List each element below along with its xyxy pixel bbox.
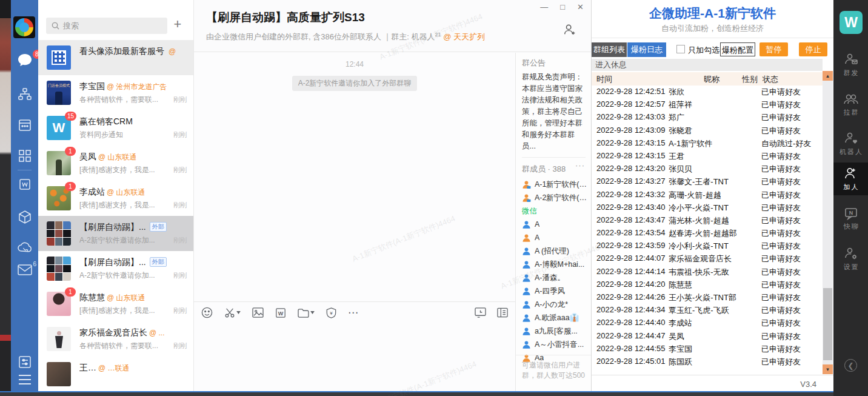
add-member-icon[interactable] (563, 23, 576, 36)
folder-icon[interactable] (298, 308, 315, 318)
chat-list-item[interactable]: W15赢在销客CRM资料同步通知刚刚 (38, 110, 194, 146)
chat-list-item[interactable]: 王…@ …联通 (38, 357, 194, 391)
member-item[interactable]: A (招代理) (522, 244, 587, 258)
member-name: A.欧派aaa👔 (535, 313, 579, 323)
log-row: 2022-9-28 12:42:57祖萍祥已申请好友 (592, 98, 823, 111)
scrollbar-thumb[interactable] (823, 288, 832, 360)
calendar-icon[interactable] (11, 118, 38, 132)
workbench-icon[interactable] (11, 149, 38, 163)
scroll-down-button[interactable]: ▼ (823, 364, 833, 374)
background-window-left (0, 0, 11, 391)
sidebar-item-broadcast-person[interactable]: 群发 (833, 49, 868, 81)
log-nickname: 吴凤 (669, 331, 684, 342)
close-button[interactable]: ✕ (577, 2, 584, 12)
drive-box-icon[interactable] (11, 210, 38, 224)
scroll-up-button[interactable]: ▲ (823, 71, 833, 81)
log-status: 已申请好友 (761, 164, 801, 175)
payment-icon[interactable]: ¥ (326, 307, 336, 318)
log-time: 2022-9-28 12:43:40 (596, 203, 665, 212)
chat-list-item[interactable]: 1李成站@ 山东联通[表情]感谢支持，我是...刚刚 (38, 181, 194, 216)
chat-list-item[interactable]: 看头像添加最新客服号 @ (38, 40, 194, 75)
member-person-icon (522, 327, 531, 336)
chat-items-container: 看头像添加最新客服号 @李宝国@ 沧州市龙道广告各种营销软件，需要联...刚刚W… (38, 40, 194, 391)
member-item[interactable]: A-潘森。 (522, 271, 587, 284)
member-item[interactable]: A-2新宁软件( ... (522, 191, 587, 204)
sidebar-item-label: 加人 (844, 183, 860, 192)
collapse-icon[interactable]: ❮ (844, 359, 857, 372)
search-input[interactable]: 搜索 (46, 18, 167, 34)
sidebar-item-person-gear[interactable]: 设置 (833, 243, 868, 275)
member-item[interactable]: A-四季风 (522, 284, 587, 298)
scrollbar[interactable]: ▲ ▼ (823, 71, 833, 374)
assistant-panel: 企微助理-A-1新宁软件 自动引流加粉，创造粉丝经济 群组列表 爆粉日志 只加勾… (591, 0, 833, 391)
member-item[interactable]: A-1新宁软件( ... (522, 178, 587, 191)
only-checked-checkbox[interactable] (676, 45, 685, 53)
menu-icon[interactable] (11, 374, 38, 385)
log-time: 2022-9-28 12:44:47 (596, 331, 665, 340)
log-status: 已申请好友 (761, 357, 801, 367)
message-record-icon[interactable] (497, 307, 508, 318)
emoji-icon[interactable] (201, 307, 213, 318)
owner-mention[interactable]: @ 天天扩列 (443, 32, 485, 41)
image-icon[interactable] (252, 307, 264, 318)
sidebar-item-group-people[interactable]: 拉群 (833, 88, 868, 121)
log-status: 已申请好友 (761, 190, 801, 201)
log-nickname: 高珊-火箭-超越 (669, 190, 721, 201)
assistant-app-logo[interactable]: W (840, 11, 863, 34)
tab-group-list[interactable]: 群组列表 (592, 42, 627, 57)
member-name: A-四季风 (535, 286, 565, 297)
log-time: 2022-9-28 12:43:47 (596, 215, 665, 224)
contacts-icon[interactable] (11, 87, 38, 101)
person-gear-icon (844, 246, 858, 261)
message-preview: A-2新宁软件邀请你加... (79, 270, 165, 281)
wdoc-file-icon[interactable]: W (275, 307, 286, 318)
chat-list-item[interactable]: 【刷屏自动踢】...外部A-2新宁软件邀请你加...刚刚 (38, 216, 194, 251)
chat-list-item[interactable]: 1陈慧慧@ 山东联通[表情]感谢支持，我是...刚刚 (38, 286, 194, 321)
member-item[interactable]: A.欧派aaa👔 (522, 311, 587, 324)
chat-avatar (47, 327, 71, 351)
wdoc-icon[interactable] (11, 177, 38, 192)
minimize-button[interactable]: — (540, 2, 548, 12)
member-item[interactable]: A (522, 218, 587, 231)
sidebar-item-quick-chat[interactable]: N快聊 (833, 203, 868, 235)
chat-bubble-icon[interactable]: 85 (11, 53, 38, 67)
fan-config-button[interactable]: 爆粉配置 (720, 42, 755, 56)
members-more-button[interactable]: ··· (575, 161, 585, 170)
member-item[interactable]: a九辰[客服... (522, 324, 587, 338)
pause-button[interactable]: 暂停 (760, 42, 788, 56)
member-item[interactable]: A-博毅M+hai... (522, 258, 587, 271)
member-item[interactable]: A～小雷抖音... (522, 338, 587, 351)
add-chat-button[interactable]: + (170, 16, 185, 32)
sidebar-item-add-person[interactable]: 加人 (833, 163, 868, 195)
sidebar-item-label: 设置 (844, 263, 860, 272)
screenshot-icon[interactable] (224, 307, 241, 318)
cloud-call-icon[interactable] (11, 241, 38, 253)
chat-list-item[interactable]: 家乐福金观音店长@ ...各种营销软件，需要联...刚刚 (38, 321, 194, 357)
message-area[interactable]: 12:44 A-2新宁软件邀请你加入了外部群聊 (194, 53, 515, 301)
member-item[interactable]: A-小の龙* (522, 298, 587, 311)
wechat-section-label: 微信 (522, 204, 587, 218)
chat-list-item[interactable]: 【刷屏自动踢】...外部A-2新宁软件邀请你加...刚刚 (38, 251, 194, 286)
member-item[interactable]: A (522, 231, 587, 244)
more-tools-icon[interactable]: ⋯ (348, 310, 359, 316)
sidebar-item-robot-person-heart[interactable]: 机器人 (833, 127, 868, 160)
mail-icon[interactable]: 6 (11, 264, 38, 275)
company-label: @ 山东联通 (98, 153, 137, 161)
member-name: A (535, 220, 539, 229)
tab-fan-log[interactable]: 爆粉日志 (627, 42, 666, 57)
log-time: 2022-9-28 12:44:55 (596, 344, 665, 353)
chat-avatar (47, 81, 71, 105)
stop-button[interactable]: 停止 (799, 42, 827, 56)
column-gender: 性别 (742, 74, 758, 85)
log-time: 2022-9-28 12:44:14 (596, 267, 665, 276)
time-divider: 12:44 (194, 60, 515, 69)
message-time: 刚刚 (173, 306, 187, 315)
user-avatar[interactable] (13, 16, 35, 38)
chat-list-item[interactable]: 1吴凤@ 山东联通[表情]感谢支持，我是...刚刚 (38, 146, 194, 181)
chat-history-icon[interactable] (475, 307, 486, 318)
member-person-icon (522, 314, 531, 323)
chat-list-item[interactable]: 李宝国@ 沧州市龙道广告各种营销软件，需要联...刚刚 (38, 75, 194, 110)
toggle-settings-icon[interactable] (11, 355, 38, 369)
maximize-button[interactable]: □ (560, 2, 565, 12)
company-label: @ …联通 (98, 364, 130, 372)
